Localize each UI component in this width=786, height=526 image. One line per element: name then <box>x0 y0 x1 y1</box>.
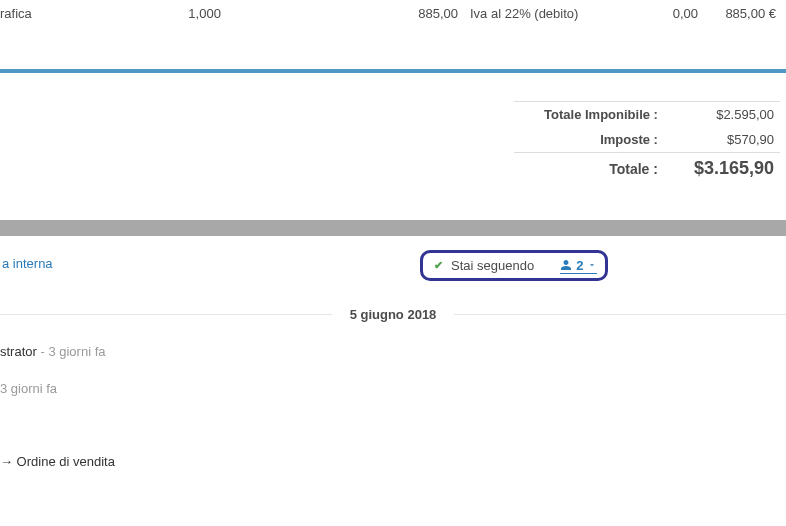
follow-button[interactable]: Stai seguendo <box>431 256 534 275</box>
line-desc: rafica <box>0 6 136 21</box>
check-icon <box>431 259 445 273</box>
subtotal-value: $2.595,00 <box>664 102 780 128</box>
log-when: - 3 giorni fa <box>37 344 106 359</box>
caret-down-icon <box>587 260 597 270</box>
line-discount: 0,00 <box>610 6 698 21</box>
breadcrumb: → Ordine di vendita <box>0 454 786 475</box>
grey-divider <box>0 220 786 236</box>
line-qty: 1,000 <box>136 6 272 21</box>
follow-label: Stai seguendo <box>451 258 534 273</box>
grand-total-value: $3.165,90 <box>664 153 780 185</box>
line-price: 885,00 <box>273 6 458 21</box>
section-accent-bar <box>0 69 786 73</box>
followers-number: 2 <box>576 258 583 273</box>
line-total: 885,00 € <box>698 6 776 21</box>
user-icon <box>560 259 572 271</box>
totals-block: Totale Imponibile : $2.595,00 Imposte : … <box>0 101 786 184</box>
log-note-link[interactable]: a interna <box>0 256 53 271</box>
annotation-follow-box: Stai seguendo 2 <box>420 250 608 281</box>
taxes-label: Imposte : <box>514 127 664 153</box>
log-entry: strator - 3 giorni fa <box>0 344 786 359</box>
log-actor: strator <box>0 344 37 359</box>
taxes-value: $570,90 <box>664 127 780 153</box>
line-items: rafica 1,000 885,00 Iva al 22% (debito) … <box>0 0 786 27</box>
line-row: rafica 1,000 885,00 Iva al 22% (debito) … <box>0 4 786 23</box>
followers-count-button[interactable]: 2 <box>560 258 597 274</box>
date-divider-label: 5 giugno 2018 <box>332 307 455 322</box>
log-entry: 3 giorni fa <box>0 381 786 396</box>
grand-total-label: Totale : <box>514 153 664 185</box>
log-when: 3 giorni fa <box>0 381 57 396</box>
line-tax: Iva al 22% (debito) <box>458 6 610 21</box>
subtotal-label: Totale Imponibile : <box>514 102 664 128</box>
date-divider: 5 giugno 2018 <box>0 307 786 322</box>
